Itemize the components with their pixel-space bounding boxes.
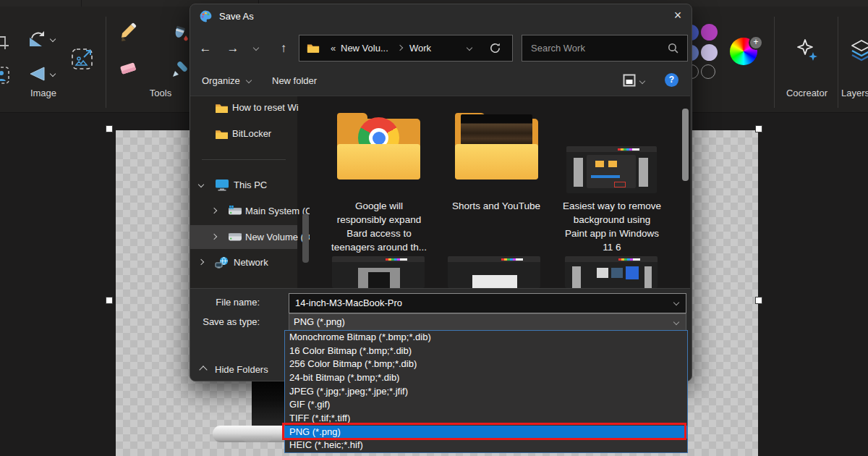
sidebar-scrollbar[interactable] xyxy=(302,214,309,263)
selection-handle-top-right[interactable] xyxy=(755,125,762,132)
mini-tile xyxy=(597,268,608,278)
close-icon[interactable]: × xyxy=(669,8,686,24)
file-item-image-thumbnail[interactable] xyxy=(566,146,657,193)
cocreator-button[interactable]: Cocreator xyxy=(773,88,841,98)
sidebar-divider xyxy=(202,159,286,160)
search-placeholder: Search Work xyxy=(531,35,585,61)
view-mode-caret-icon[interactable] xyxy=(639,78,645,84)
main-system-expand-chevron-icon[interactable] xyxy=(211,208,217,214)
sidebar-item-this-pc[interactable]: This PC xyxy=(234,180,267,191)
pencil-icon[interactable] xyxy=(117,22,137,42)
format-option-jpeg[interactable]: JPEG (*.jpg;*.jpeg;*.jpe;*.jfif) xyxy=(285,385,687,399)
resize-image-icon[interactable] xyxy=(70,47,94,71)
mini-canvas-left xyxy=(572,266,581,288)
color-picker-icon[interactable] xyxy=(170,59,190,80)
eraser-icon[interactable] xyxy=(118,58,138,78)
file-name-value: 14-inch-M3-MacBook-Pro xyxy=(295,294,402,312)
drive-icon xyxy=(228,231,242,245)
format-option-monochrome-bmp[interactable]: Monochrome Bitmap (*.bmp;*.dib) xyxy=(285,331,687,345)
format-option-256color-bmp[interactable]: 256 Color Bitmap (*.bmp;*.dib) xyxy=(285,358,687,371)
paint-palette-icon xyxy=(198,9,213,24)
layers-icon[interactable] xyxy=(848,36,868,64)
dialog-title: Save As xyxy=(219,11,254,22)
sidebar-item-bitlocker[interactable]: BitLocker xyxy=(232,128,271,140)
organize-caret-icon xyxy=(246,77,252,83)
search-icon[interactable] xyxy=(667,42,679,57)
file-thumbnail-partial[interactable] xyxy=(332,256,425,288)
color-swatch-lavender[interactable] xyxy=(701,44,718,61)
back-icon[interactable]: ← xyxy=(197,41,213,56)
file-list: Google will responsibly expand Bard acce… xyxy=(310,96,690,288)
mini-canvas-right xyxy=(644,266,652,288)
file-thumbnail-partial[interactable] xyxy=(565,256,658,288)
flip-dropdown-chevron-icon[interactable] xyxy=(50,71,56,77)
recent-locations-chevron-icon[interactable] xyxy=(253,45,259,51)
selection-handle-right-middle[interactable] xyxy=(755,297,762,304)
file-name-dropdown-chevron-icon[interactable] xyxy=(673,300,679,305)
breadcrumb-current[interactable]: Work xyxy=(409,35,431,61)
file-item-folder-thumbnail[interactable] xyxy=(455,112,538,180)
selection-handle-left-middle[interactable] xyxy=(106,297,113,304)
format-option-gif[interactable]: GIF (*.gif) xyxy=(285,398,687,412)
ribbon-divider xyxy=(106,17,106,108)
file-item-label[interactable]: Easiest way to remove background using P… xyxy=(563,199,661,254)
fill-bucket-icon[interactable] xyxy=(169,24,190,44)
color-swatch-magenta[interactable] xyxy=(701,24,718,41)
file-item-label[interactable]: Google will responsibly expand Bard acce… xyxy=(330,199,428,254)
network-expand-chevron-icon[interactable] xyxy=(198,259,204,265)
up-icon[interactable]: ↑ xyxy=(276,41,292,56)
breadcrumb-parent[interactable]: New Volu... xyxy=(341,35,388,61)
address-dropdown-chevron-icon[interactable] xyxy=(467,45,472,51)
mini-colors xyxy=(386,258,407,261)
mini-titlebar xyxy=(332,256,425,262)
search-input[interactable]: Search Work xyxy=(522,35,688,62)
address-bar[interactable]: « New Volu... Work xyxy=(299,35,513,62)
format-option-heic[interactable]: HEIC (*.heic;*.hif) xyxy=(285,439,687,452)
this-pc-expand-chevron-icon[interactable] xyxy=(198,182,204,187)
save-type-dropdown-chevron-icon[interactable] xyxy=(673,319,679,325)
color-swatch-empty[interactable] xyxy=(701,64,715,79)
file-thumbnail-partial[interactable] xyxy=(448,256,540,288)
new-folder-button[interactable]: New folder xyxy=(272,75,317,86)
rotate-icon[interactable] xyxy=(27,29,48,49)
selection-icon[interactable] xyxy=(0,66,10,85)
organize-label: Organize xyxy=(202,75,240,86)
mini-canvas-right xyxy=(639,158,648,187)
folder-front xyxy=(455,144,538,180)
sidebar-item-how-to-reset[interactable]: How to reset Wi xyxy=(232,102,299,114)
ribbon-group-image-label: Image xyxy=(7,88,80,98)
save-type-value: PNG (*.png) xyxy=(294,314,345,330)
file-item-label[interactable]: Shorts and YouTube xyxy=(438,199,554,213)
file-list-scrollbar[interactable] xyxy=(682,109,689,181)
rotate-dropdown-chevron-icon[interactable] xyxy=(50,36,56,42)
mini-highlight xyxy=(591,175,620,178)
mini-colors xyxy=(618,258,640,261)
refresh-icon[interactable] xyxy=(489,42,501,57)
selection-handle-top-left[interactable] xyxy=(106,125,113,132)
mini-canvas-left xyxy=(574,158,583,187)
view-mode-button[interactable] xyxy=(623,74,636,90)
tab-divider xyxy=(81,0,82,7)
format-option-24bit-bmp[interactable]: 24-bit Bitmap (*.bmp;*.dib) xyxy=(285,371,687,385)
help-button[interactable]: ? xyxy=(665,73,678,87)
layers-button[interactable]: Layers xyxy=(839,88,868,98)
paint-app-window: Image Tools + Cocreator xyxy=(0,0,868,456)
sidebar-item-new-volume[interactable]: New Volume (D xyxy=(245,232,310,243)
sidebar-item-network[interactable]: Network xyxy=(234,257,268,269)
file-item-folder-thumbnail[interactable] xyxy=(337,112,420,180)
mini-tile xyxy=(626,266,639,279)
forward-icon[interactable]: → xyxy=(225,41,241,56)
hide-folders-button[interactable]: Hide Folders xyxy=(196,360,290,379)
cocreator-sparkle-icon[interactable] xyxy=(793,36,820,64)
add-color-plus-icon[interactable]: + xyxy=(749,35,763,50)
format-option-16color-bmp[interactable]: 16 Color Bitmap (*.bmp;*.dib) xyxy=(285,345,687,358)
organize-button[interactable]: Organize xyxy=(202,75,251,86)
folder-icon xyxy=(215,103,229,117)
flip-icon[interactable] xyxy=(27,64,48,84)
crop-icon[interactable] xyxy=(0,32,10,51)
file-name-input[interactable]: 14-inch-M3-MacBook-Pro xyxy=(289,293,686,313)
save-type-combobox[interactable]: PNG (*.png) xyxy=(289,313,686,332)
mini-tile xyxy=(611,268,623,278)
breadcrumb-root-glyph[interactable]: « xyxy=(331,35,336,61)
mini-canvas xyxy=(472,275,517,288)
